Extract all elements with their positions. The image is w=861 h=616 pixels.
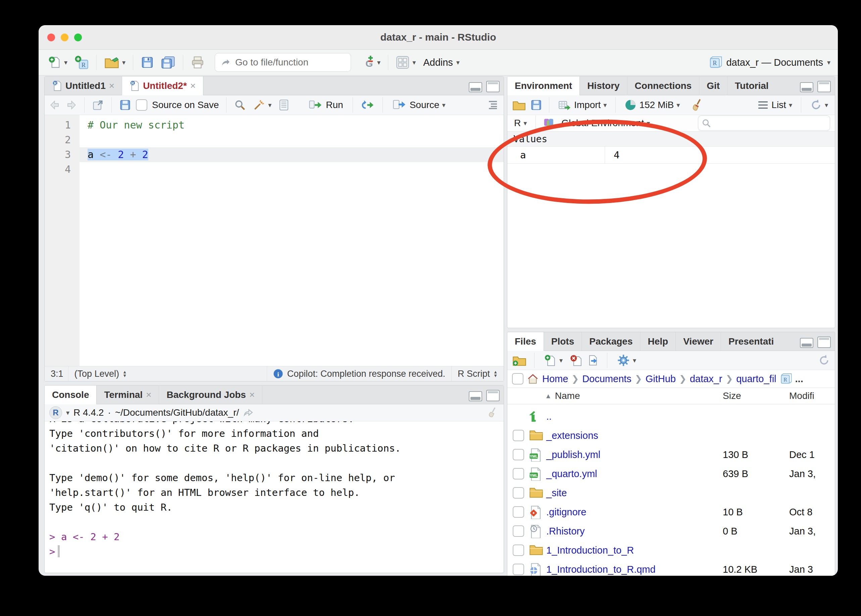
addins-menu[interactable]: Addins ▾: [420, 57, 462, 68]
tab-background-jobs[interactable]: Background Jobs ×: [159, 385, 262, 404]
new-folder-icon[interactable]: [512, 354, 527, 367]
maximize-pane-button[interactable]: [817, 81, 831, 92]
file-name[interactable]: 1_Introduction_to_R.qmd: [546, 564, 656, 575]
breadcrumb-documents[interactable]: Documents: [582, 373, 632, 385]
popout-icon[interactable]: [92, 99, 104, 111]
close-icon[interactable]: ×: [146, 390, 151, 400]
file-name[interactable]: _extensions: [546, 430, 598, 441]
file-row[interactable]: _site: [507, 484, 835, 503]
clear-objects-broom-icon[interactable]: [691, 98, 704, 112]
tab-help[interactable]: Help: [641, 332, 676, 350]
new-file-button[interactable]: ▾: [542, 353, 565, 368]
select-all-checkbox[interactable]: [512, 373, 523, 385]
forward-icon[interactable]: [66, 99, 77, 111]
open-directory-icon[interactable]: [243, 408, 254, 417]
zoom-window-button[interactable]: [74, 33, 82, 41]
file-name[interactable]: _publish.yml: [546, 449, 600, 460]
minimize-pane-button[interactable]: [800, 82, 813, 92]
file-name[interactable]: _quarto.yml: [546, 468, 597, 479]
environment-selector[interactable]: Global Environment ▾: [559, 116, 652, 130]
rerun-icon[interactable]: [360, 99, 375, 111]
clear-console-broom-icon[interactable]: [487, 407, 499, 419]
code-editor[interactable]: 1 2 3 4 # Our new script a <- 2 + 2: [45, 115, 504, 367]
file-checkbox[interactable]: [513, 506, 524, 518]
file-row[interactable]: YML _quarto.yml 639 B Jan 3,: [507, 464, 835, 484]
file-row[interactable]: .Rhistory 0 B Jan 3,: [507, 522, 835, 541]
back-icon[interactable]: [49, 99, 61, 111]
file-checkbox[interactable]: [513, 545, 524, 556]
delete-file-icon[interactable]: [569, 354, 582, 367]
file-name[interactable]: _site: [546, 487, 567, 498]
open-file-button[interactable]: ▾: [102, 54, 127, 71]
file-row-parent[interactable]: ..: [507, 407, 835, 426]
find-icon[interactable]: [234, 99, 246, 111]
save-all-button[interactable]: [159, 54, 178, 71]
minimize-window-button[interactable]: [61, 33, 68, 41]
file-name[interactable]: .gitignore: [546, 507, 586, 518]
workspace-panes-button[interactable]: ▾: [394, 54, 418, 71]
close-icon[interactable]: ×: [190, 80, 196, 91]
close-icon[interactable]: ×: [109, 80, 115, 91]
home-icon[interactable]: [527, 373, 539, 385]
close-icon[interactable]: ×: [249, 390, 255, 400]
run-button[interactable]: Run: [306, 98, 345, 112]
modified-column-header[interactable]: Modifi: [789, 391, 814, 401]
import-dataset-button[interactable]: Import ▾: [556, 97, 609, 112]
name-column-header[interactable]: ▲Name: [545, 391, 580, 401]
file-row[interactable]: 1_Introduction_to_R.qmd 10.2 KB Jan 3: [507, 560, 835, 576]
tab-tutorial[interactable]: Tutorial: [727, 77, 776, 95]
environment-variable-row[interactable]: a 4: [507, 147, 835, 164]
tab-history[interactable]: History: [580, 77, 627, 95]
save-workspace-icon[interactable]: [530, 99, 542, 111]
tab-viewer[interactable]: Viewer: [676, 332, 721, 350]
minimize-pane-button[interactable]: [469, 82, 482, 92]
more-file-commands-button[interactable]: ▾: [615, 352, 638, 368]
document-outline-icon[interactable]: [487, 100, 499, 110]
close-window-button[interactable]: [47, 33, 55, 41]
tab-connections[interactable]: Connections: [627, 77, 699, 95]
goto-file-input[interactable]: [234, 57, 345, 68]
maximize-pane-button[interactable]: [486, 390, 500, 401]
runtime-selector[interactable]: R ▾: [512, 116, 529, 130]
tab-environment[interactable]: Environment: [507, 77, 580, 95]
tab-git[interactable]: Git: [699, 77, 727, 95]
refresh-button[interactable]: ▾: [808, 97, 830, 112]
console-prompt[interactable]: >: [49, 544, 504, 559]
console-output[interactable]: R is a collaborative project with many c…: [45, 421, 504, 573]
project-menu[interactable]: R datax_r — Documents ▾: [709, 56, 830, 69]
file-name[interactable]: .Rhistory: [546, 526, 584, 537]
minimize-pane-button[interactable]: [800, 338, 813, 348]
file-checkbox[interactable]: [513, 430, 524, 441]
environment-search-input[interactable]: [714, 118, 826, 129]
scope-selector[interactable]: (Top Level) ▲▼: [68, 366, 133, 381]
tab-presentation[interactable]: Presentati: [721, 332, 781, 350]
chevron-down-icon[interactable]: ▾: [66, 409, 69, 416]
file-checkbox[interactable]: [513, 468, 524, 479]
size-column-header[interactable]: Size: [723, 391, 741, 401]
memory-usage-button[interactable]: 152 MiB ▾: [622, 97, 682, 112]
load-workspace-icon[interactable]: [512, 99, 526, 111]
breadcrumb-github[interactable]: GitHub: [646, 373, 676, 385]
file-row[interactable]: YML _publish.yml 130 B Dec 1: [507, 445, 835, 464]
save-button[interactable]: [138, 54, 156, 71]
tab-untitled2[interactable]: R Untitled2* ×: [122, 77, 203, 95]
compile-notebook-icon[interactable]: [278, 99, 289, 111]
new-project-button[interactable]: R: [72, 54, 91, 71]
source-button[interactable]: Source ▾: [390, 98, 448, 112]
maximize-pane-button[interactable]: [817, 336, 831, 348]
tab-console[interactable]: Console: [45, 385, 97, 404]
version-control-button[interactable]: G ▾: [359, 54, 382, 71]
breadcrumb-quarto-files[interactable]: quarto_fil: [736, 373, 776, 385]
refresh-icon[interactable]: [818, 354, 830, 366]
new-file-button[interactable]: ▾: [46, 54, 69, 71]
tab-plots[interactable]: Plots: [544, 332, 582, 350]
tab-packages[interactable]: Packages: [582, 332, 640, 350]
values-section-header[interactable]: Values: [507, 132, 835, 147]
file-checkbox[interactable]: [513, 564, 524, 575]
filetype-selector[interactable]: R Script ▲▼: [451, 366, 504, 381]
breadcrumb-home[interactable]: Home: [542, 373, 568, 385]
breadcrumb-overflow[interactable]: ...: [795, 373, 803, 385]
tab-untitled1[interactable]: R Untitled1 ×: [45, 77, 122, 95]
save-icon[interactable]: [119, 99, 131, 111]
print-button[interactable]: [189, 54, 207, 71]
